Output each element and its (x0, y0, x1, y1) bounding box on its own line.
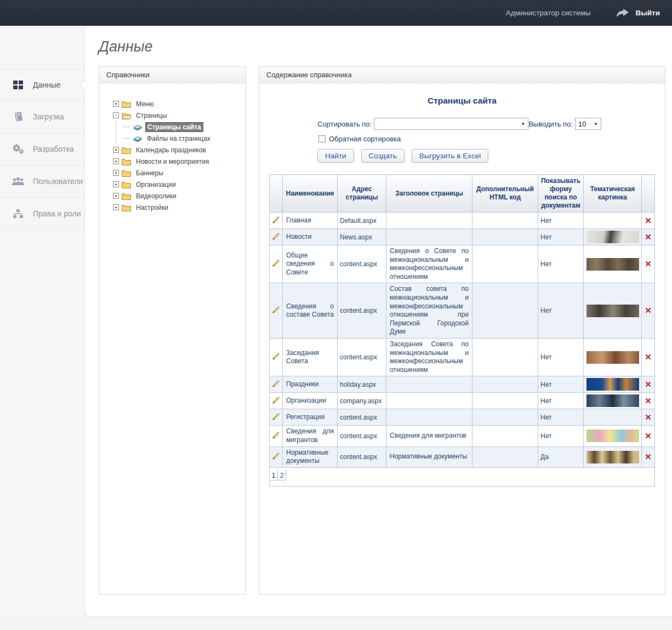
folder-icon (122, 204, 132, 211)
expand-icon[interactable]: + (113, 204, 119, 210)
create-button[interactable]: Создать (361, 149, 405, 163)
edit-icon[interactable] (272, 431, 280, 439)
tree-item-label[interactable]: Организации (134, 180, 178, 189)
delete-icon[interactable]: ✕ (645, 432, 652, 440)
collapse-icon[interactable]: - (113, 112, 119, 118)
cell-html (472, 338, 538, 376)
address-column-header: Адрес страницы (338, 175, 386, 213)
edit-icon[interactable] (272, 232, 280, 240)
tree-item-label-selected[interactable]: Страницы сайта (145, 122, 203, 132)
tree-item-news-events[interactable]: + Новости и мероприятия (113, 156, 240, 167)
table-row: Общие сведения о Совете content.aspx Све… (270, 245, 655, 283)
table-header-row: Наименование Адрес страницы Заголовок ст… (270, 175, 655, 213)
tree-branch-line (123, 138, 130, 139)
edit-icon[interactable] (272, 259, 280, 267)
tree-item-menu[interactable]: + Меню (113, 98, 240, 110)
delete-icon[interactable]: ✕ (645, 233, 652, 241)
open-folder-icon (122, 112, 132, 119)
page-size-label: Выводить по: (528, 120, 573, 128)
cell-search-form: Нет (538, 229, 584, 245)
edit-icon[interactable] (272, 216, 280, 224)
delete-icon[interactable]: ✕ (645, 260, 652, 268)
pagination-page-current[interactable]: 1 (270, 470, 278, 480)
tree-item-banners[interactable]: + Баннеры (113, 167, 240, 179)
sort-by-select[interactable]: ▼ (374, 118, 528, 130)
expand-icon[interactable]: + (113, 170, 119, 176)
directory-content-panel-title: Содержание справочника (266, 71, 352, 79)
tree-item-pages[interactable]: - Страницы (113, 110, 240, 121)
thumbnail-image (586, 394, 639, 407)
cell-address: holiday.aspx (338, 376, 386, 393)
tree-item-label[interactable]: Календарь праздников (134, 146, 208, 154)
cell-address: company.aspx (338, 393, 386, 409)
cell-title (386, 409, 472, 426)
delete-icon[interactable]: ✕ (645, 216, 652, 225)
pagination-page-link[interactable]: 2 (278, 470, 286, 480)
cell-title: Сведения о Совете по межнациональным и м… (386, 245, 472, 283)
page-size-value: 10 (578, 120, 586, 128)
table-row: Заседания Совета content.aspx Заседания … (270, 338, 655, 376)
tree-item-label[interactable]: Меню (134, 100, 155, 108)
tree-item-label[interactable]: Видеоролики (134, 192, 178, 201)
tree-item-holiday-calendar[interactable]: + Календарь праздников (113, 144, 240, 156)
cell-name: Регистрация (283, 409, 338, 426)
expand-icon[interactable]: + (113, 158, 119, 164)
tree-item-label[interactable]: Страницы (134, 111, 168, 120)
expand-icon[interactable]: + (113, 193, 119, 199)
delete-icon[interactable]: ✕ (645, 453, 652, 461)
cell-address: content.aspx (338, 426, 386, 446)
sidebar-item-upload[interactable]: Загрузка (0, 101, 84, 133)
edit-icon[interactable] (272, 396, 280, 404)
thumbnail-image (586, 378, 639, 391)
cell-search-form: Нет (538, 376, 584, 393)
expand-icon[interactable]: + (113, 181, 119, 187)
directory-content-panel: Содержание справочника Страницы сайта Со… (259, 66, 665, 595)
sidebar-item-data[interactable]: Данные (0, 68, 84, 101)
tree-item-page-files[interactable]: Файлы на страницах (123, 133, 240, 144)
delete-icon[interactable]: ✕ (645, 397, 652, 405)
tree-item-videos[interactable]: + Видеоролики (113, 190, 240, 202)
active-item-pointer (80, 80, 85, 90)
tree-item-label[interactable]: Настройки (134, 203, 170, 212)
delete-icon[interactable]: ✕ (645, 413, 652, 421)
edit-icon[interactable] (272, 306, 280, 314)
table-row: Главная Default.aspx Нет ✕ (270, 213, 655, 229)
cell-html (472, 393, 538, 409)
edit-icon[interactable] (272, 352, 280, 360)
find-button[interactable]: Найти (317, 149, 354, 163)
tree-item-label[interactable]: Файлы на страницах (145, 134, 212, 143)
directories-panel-header: Справочники (99, 67, 246, 83)
expand-icon[interactable]: + (113, 147, 119, 153)
edit-column-header (270, 175, 283, 213)
tree-item-label[interactable]: Баннеры (134, 169, 165, 177)
cell-address: Default.aspx (338, 213, 386, 229)
tree-item-organizations[interactable]: + Организации (113, 179, 240, 190)
sidebar-item-roles[interactable]: Права и роли (0, 198, 84, 230)
book-icon (133, 123, 143, 131)
grid-controls: Сортировать по: ▼ Выводить по: 10 ▼ (317, 118, 655, 163)
cell-name: Праздники (283, 376, 338, 393)
page-size-select[interactable]: 10 ▼ (575, 118, 601, 130)
table-row: Организации company.aspx Нет ✕ (270, 393, 655, 409)
topbar: Администратор системы Выйти (0, 0, 672, 26)
sidebar-item-users[interactable]: Пользователи (0, 165, 84, 198)
edit-icon[interactable] (272, 380, 280, 388)
sidebar-item-development[interactable]: Разработка (0, 133, 84, 165)
edit-icon[interactable] (272, 413, 280, 421)
delete-icon[interactable]: ✕ (645, 380, 652, 388)
expand-icon[interactable]: + (113, 101, 119, 107)
logout-button[interactable]: Выйти (603, 0, 672, 25)
reverse-sort-checkbox[interactable] (318, 135, 326, 142)
cell-address: content.aspx (338, 245, 386, 283)
directory-tree: + Меню - Страницы (99, 83, 246, 219)
tree-item-settings[interactable]: + Настройки (113, 202, 240, 213)
export-excel-button[interactable]: Выгрузить в Excel (412, 149, 488, 163)
tree-item-site-pages[interactable]: Страницы сайта (123, 121, 240, 133)
delete-icon[interactable]: ✕ (645, 306, 652, 314)
cell-html (472, 213, 538, 229)
edit-icon[interactable] (272, 452, 280, 460)
cell-html (472, 446, 538, 467)
delete-icon[interactable]: ✕ (645, 353, 652, 361)
book-icon (11, 111, 25, 122)
tree-item-label[interactable]: Новости и мероприятия (134, 157, 210, 166)
